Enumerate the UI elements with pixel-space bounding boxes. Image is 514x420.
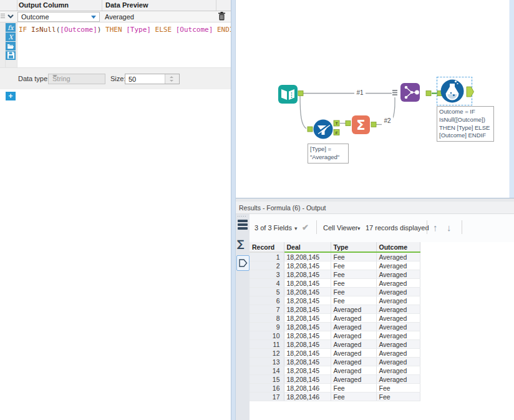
data-cell[interactable]: Fee	[331, 288, 376, 296]
scroll-up-icon[interactable]: ↑	[433, 222, 438, 233]
data-cell[interactable]: 18,208,145	[284, 261, 331, 270]
record-number-cell[interactable]: 7	[250, 305, 284, 314]
data-cell[interactable]: Averaged	[331, 331, 376, 340]
delete-expression-icon[interactable]	[218, 12, 226, 21]
output-column-dropdown[interactable]: Outcome	[17, 12, 100, 22]
data-cell[interactable]: Averaged	[376, 261, 420, 270]
data-cell[interactable]: Fee	[331, 393, 376, 401]
column-header-outcome[interactable]: Outcome	[376, 242, 420, 252]
record-number-cell[interactable]: 17	[250, 393, 284, 401]
table-layout-icon[interactable]	[238, 220, 248, 231]
record-number-cell[interactable]: 4	[250, 279, 284, 288]
data-cell[interactable]: Averaged	[376, 323, 420, 331]
cell-viewer-dropdown[interactable]: Cell Viewer	[323, 224, 357, 232]
add-expression-button[interactable]: +	[6, 92, 16, 100]
size-stepper[interactable]	[165, 74, 179, 84]
column-header-record[interactable]: Record	[250, 242, 284, 252]
data-cell[interactable]: Averaged	[331, 305, 376, 314]
record-number-cell[interactable]: 14	[250, 366, 284, 375]
stepper-down-icon[interactable]	[170, 80, 173, 82]
gutter-grip-icon[interactable]	[238, 216, 248, 217]
data-cell[interactable]: Averaged	[331, 366, 376, 375]
record-number-cell[interactable]: 2	[250, 261, 284, 270]
record-number-cell[interactable]: 16	[250, 384, 284, 393]
cell-viewer-caret-icon[interactable]: ▾	[357, 225, 361, 232]
data-type-dropdown[interactable]: String	[48, 74, 105, 84]
record-number-cell[interactable]: 12	[250, 349, 284, 358]
data-cell[interactable]: 18,208,145	[284, 366, 331, 375]
data-cell[interactable]: Fee	[331, 296, 376, 305]
row-drag-handle-icon[interactable]	[1, 14, 5, 19]
panel-splitter[interactable]	[231, 0, 236, 420]
input-data-tool[interactable]	[278, 85, 298, 104]
data-cell[interactable]: 18,208,145	[284, 296, 331, 305]
record-number-cell[interactable]: 9	[250, 323, 284, 331]
functions-icon[interactable]: fx	[6, 23, 16, 32]
data-cell[interactable]: Averaged	[376, 305, 420, 314]
collapse-expression-icon[interactable]	[7, 13, 14, 21]
data-cell[interactable]: Fee	[331, 384, 376, 393]
record-number-cell[interactable]: 8	[250, 314, 284, 323]
record-number-cell[interactable]: 11	[250, 340, 284, 349]
data-cell[interactable]: Averaged	[376, 314, 420, 323]
data-cell[interactable]: Fee	[331, 279, 376, 288]
formula-expression-editor[interactable]: IF IsNull([Outcome]) THEN [Type] ELSE [O…	[19, 26, 228, 34]
data-cell[interactable]: 18,208,145	[284, 323, 331, 331]
data-cell[interactable]: 18,208,145	[284, 375, 331, 384]
open-folder-icon[interactable]	[6, 42, 16, 51]
data-cell[interactable]: 18,208,145	[284, 331, 331, 340]
scroll-down-icon[interactable]: ↓	[447, 222, 452, 233]
data-cell[interactable]: 18,208,145	[284, 340, 331, 349]
data-cell[interactable]: 18,208,145	[284, 305, 331, 314]
record-number-cell[interactable]: 3	[250, 270, 284, 279]
data-cell[interactable]: Averaged	[331, 349, 376, 358]
data-cell[interactable]: Averaged	[376, 331, 420, 340]
record-number-cell[interactable]: 13	[250, 358, 284, 366]
data-cell[interactable]: Averaged	[331, 340, 376, 349]
canvas-vertical-scrollbar[interactable]	[509, 0, 514, 198]
record-number-cell[interactable]: 15	[250, 375, 284, 384]
filter-annotation[interactable]: [Type] = "Averaged"	[308, 144, 349, 164]
data-view-icon[interactable]	[236, 255, 250, 271]
record-number-cell[interactable]: 10	[250, 331, 284, 340]
data-cell[interactable]: Fee	[376, 393, 420, 401]
column-header-deal[interactable]: Deal	[284, 242, 331, 252]
workflow-canvas[interactable]: #1 #2 T F Σ	[236, 0, 514, 198]
record-number-cell[interactable]: 1	[250, 252, 284, 261]
data-cell[interactable]: Fee	[331, 270, 376, 279]
data-cell[interactable]: Averaged	[331, 375, 376, 384]
data-cell[interactable]: 18,208,145	[284, 270, 331, 279]
metadata-view-icon[interactable]: ∑	[237, 238, 244, 250]
formula-annotation[interactable]: Outcome = IF IsNull([Outcome]) THEN [Typ…	[437, 106, 494, 142]
data-cell[interactable]: Averaged	[331, 358, 376, 366]
data-cell[interactable]: Averaged	[376, 279, 420, 288]
data-cell[interactable]: Averaged	[376, 358, 420, 366]
record-number-cell[interactable]: 5	[250, 288, 284, 296]
data-cell[interactable]: 18,208,145	[284, 252, 331, 261]
data-cell[interactable]: Averaged	[376, 252, 420, 261]
data-cell[interactable]: 18,208,146	[284, 384, 331, 393]
data-cell[interactable]: Averaged	[376, 296, 420, 305]
fields-caret-icon[interactable]: ▾	[294, 225, 298, 232]
save-icon[interactable]	[6, 51, 16, 60]
data-cell[interactable]: Averaged	[331, 314, 376, 323]
data-cell[interactable]: Fee	[331, 252, 376, 261]
fields-dropdown[interactable]: 3 of 3 Fields	[255, 224, 292, 232]
data-cell[interactable]: Averaged	[331, 323, 376, 331]
data-cell[interactable]: Averaged	[376, 375, 420, 384]
data-cell[interactable]: Averaged	[376, 270, 420, 279]
data-cell[interactable]: 18,208,146	[284, 393, 331, 401]
stepper-up-icon[interactable]	[170, 76, 173, 78]
data-cell[interactable]: 18,208,145	[284, 288, 331, 296]
data-cell[interactable]: Fee	[331, 261, 376, 270]
data-cell[interactable]: 18,208,145	[284, 314, 331, 323]
data-cell[interactable]: Averaged	[376, 288, 420, 296]
data-cell[interactable]: 18,208,145	[284, 349, 331, 358]
data-cell[interactable]: Averaged	[376, 340, 420, 349]
apply-check-icon[interactable]: ✔	[302, 223, 309, 232]
data-cell[interactable]: 18,208,145	[284, 279, 331, 288]
column-header-type[interactable]: Type	[331, 242, 376, 252]
variables-icon[interactable]: X	[6, 32, 16, 41]
record-number-cell[interactable]: 6	[250, 296, 284, 305]
data-cell[interactable]: Fee	[376, 384, 420, 393]
